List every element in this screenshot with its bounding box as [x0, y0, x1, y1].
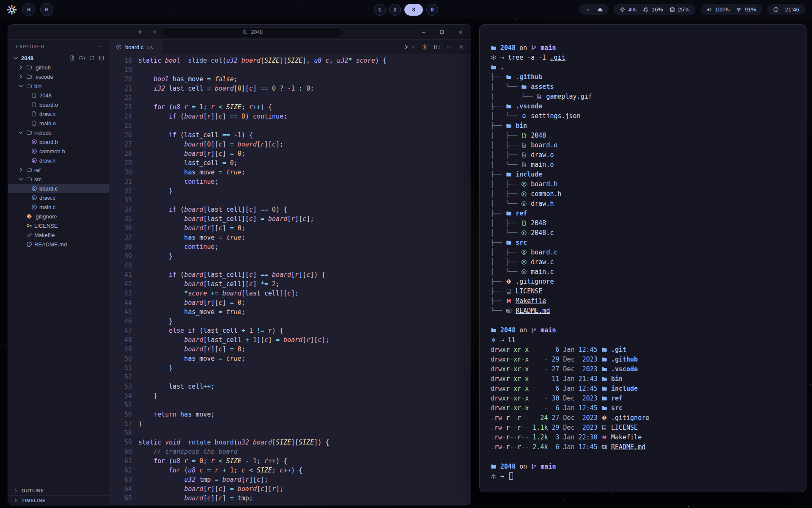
code-line-56[interactable]: 56 return has_move;: [109, 410, 471, 419]
code-line-57[interactable]: 57}: [109, 419, 471, 428]
code-line-42[interactable]: 42 board[last_cell][c] *= 2;: [109, 279, 471, 289]
minimize-button[interactable]: [421, 29, 427, 35]
code-line-33[interactable]: 33: [109, 196, 471, 205]
explorer-item-LICENSE[interactable]: LICENSE: [8, 221, 109, 230]
clock-widget[interactable]: 21:46: [767, 4, 805, 15]
nav-forward-button[interactable]: [151, 29, 157, 35]
code-line-44[interactable]: 44 board[r][c] = 0;: [109, 298, 471, 307]
new-file-button[interactable]: [69, 55, 75, 61]
explorer-item-2048[interactable]: 2048: [8, 53, 109, 63]
run-button[interactable]: [403, 44, 409, 50]
explorer-item-.gitignore[interactable]: .gitignore: [8, 212, 109, 221]
code-line-45[interactable]: 45 has_move = true;: [109, 307, 471, 317]
code-editor[interactable]: 18static bool _slide_col(u32 board[SIZE]…: [109, 54, 471, 505]
explorer-item-draw.h[interactable]: hdraw.h: [8, 156, 109, 165]
workspace-1[interactable]: 1: [374, 4, 386, 16]
code-line-21[interactable]: 21 i32 last_cell = board[0][c] == 0 ? -1…: [109, 84, 471, 93]
explorer-item-bin[interactable]: bin: [8, 81, 109, 91]
code-line-31[interactable]: 31 continue;: [109, 177, 471, 186]
code-line-62[interactable]: 62 for (u8 c = r + 1; c < SIZE; c++) {: [109, 466, 471, 475]
weather-widget[interactable]: [579, 4, 609, 15]
settings-gear-icon[interactable]: [422, 44, 428, 50]
code-line-34[interactable]: 34 if (board[last_cell][c] == 0) {: [109, 205, 471, 214]
code-line-25[interactable]: 25: [109, 121, 471, 130]
explorer-item-src[interactable]: src: [8, 174, 109, 184]
explorer-more-actions-button[interactable]: [97, 44, 103, 50]
audio-network-widget[interactable]: 100% 91%: [700, 4, 762, 15]
refresh-button[interactable]: [89, 55, 95, 61]
system-stats-widget[interactable]: 4% 16% 25%: [614, 4, 695, 15]
explorer-item-Makefile[interactable]: Makefile: [8, 230, 109, 240]
code-line-19[interactable]: 19: [109, 65, 471, 75]
code-line-20[interactable]: 20 bool has_move = false;: [109, 75, 471, 84]
close-button[interactable]: [458, 29, 464, 35]
code-line-53[interactable]: 53 last_cell++;: [109, 382, 471, 391]
code-line-37[interactable]: 37 has_move = true;: [109, 233, 471, 242]
code-line-46[interactable]: 46 }: [109, 317, 471, 326]
code-line-49[interactable]: 49 board[r][c] = 0;: [109, 345, 471, 354]
more-actions-button[interactable]: [446, 44, 452, 50]
code-line-65[interactable]: 65 board[c][r] = tmp;: [109, 494, 471, 503]
code-line-30[interactable]: 30 has_move = true;: [109, 168, 471, 177]
collapse-button[interactable]: [99, 55, 104, 61]
close-editor-button[interactable]: [458, 44, 464, 50]
code-line-26[interactable]: 26 if (last_cell == -1) {: [109, 130, 471, 140]
skip-back-button[interactable]: [22, 3, 35, 16]
run-dropdown-icon[interactable]: [411, 45, 415, 49]
code-line-61[interactable]: 61 for (u8 r = 0; r < SIZE - 1; r++) {: [109, 456, 471, 466]
explorer-item-board.o[interactable]: board.o: [8, 100, 109, 109]
tab-board.c[interactable]: C board.c src: [109, 40, 162, 54]
code-line-51[interactable]: 51 }: [109, 363, 471, 373]
command-center-search[interactable]: 2048: [163, 27, 342, 37]
explorer-item-board.h[interactable]: hboard.h: [8, 137, 109, 146]
code-line-48[interactable]: 48 board[last_cell + 1][c] = board[r][c]…: [109, 335, 471, 345]
code-line-41[interactable]: 41 if (board[last_cell][c] == board[r][c…: [109, 270, 471, 279]
code-line-50[interactable]: 50 has_move = true;: [109, 354, 471, 363]
code-line-35[interactable]: 35 board[last_cell][c] = board[r][c];: [109, 214, 471, 224]
explorer-item-draw.o[interactable]: draw.o: [8, 109, 109, 119]
code-line-58[interactable]: 58: [109, 428, 471, 438]
explorer-item-common.h[interactable]: hcommon.h: [8, 146, 109, 156]
code-line-29[interactable]: 29 last_cell = 0;: [109, 158, 471, 168]
explorer-item-include[interactable]: include: [8, 128, 109, 137]
timeline-section[interactable]: TIMELINE: [8, 495, 109, 505]
code-line-22[interactable]: 22: [109, 93, 471, 102]
outline-section[interactable]: OUTLINE: [8, 486, 109, 495]
explorer-item-README.md[interactable]: README.md: [8, 240, 109, 249]
code-line-40[interactable]: 40: [109, 261, 471, 270]
code-line-23[interactable]: 23 for (u8 r = 1; r < SIZE; r++) {: [109, 102, 471, 112]
explorer-item-ref[interactable]: ref: [8, 165, 109, 174]
code-line-36[interactable]: 36 board[r][c] = 0;: [109, 224, 471, 233]
code-line-54[interactable]: 54 }: [109, 391, 471, 400]
explorer-item-draw.c[interactable]: Cdraw.c: [8, 193, 109, 202]
new-folder-button[interactable]: [79, 55, 85, 61]
code-line-27[interactable]: 27 board[0][c] = board[r][c];: [109, 140, 471, 149]
code-line-32[interactable]: 32 }: [109, 186, 471, 196]
code-line-24[interactable]: 24 if (board[r][c] == 0) continue;: [109, 112, 471, 121]
explorer-item-board.c[interactable]: Cboard.c: [8, 184, 109, 193]
explorer-item-main.o[interactable]: main.o: [8, 119, 109, 128]
terminal-window[interactable]: 2048 on main → tree -a -I .git .├── .git…: [479, 24, 807, 492]
code-line-47[interactable]: 47 else if (last_cell + 1 != r) {: [109, 326, 471, 335]
code-line-55[interactable]: 55: [109, 400, 471, 410]
code-line-39[interactable]: 39 }: [109, 251, 471, 261]
code-line-64[interactable]: 64 board[r][c] = board[c][r];: [109, 484, 471, 494]
workspace-2[interactable]: 2: [389, 4, 401, 16]
split-editor-button[interactable]: [434, 44, 440, 50]
workspace-3[interactable]: 3: [404, 4, 423, 16]
explorer-item-.github[interactable]: .github: [8, 63, 109, 72]
explorer-item-.vscode[interactable]: .vscode: [8, 72, 109, 81]
code-line-52[interactable]: 52: [109, 373, 471, 382]
nav-back-button[interactable]: [137, 29, 144, 35]
code-line-18[interactable]: 18static bool _slide_col(u32 board[SIZE]…: [109, 56, 471, 65]
editor-area[interactable]: C board.c src 18static bool _slide_col(u…: [109, 40, 471, 505]
launcher-gear-icon[interactable]: [7, 5, 17, 15]
code-line-38[interactable]: 38 continue;: [109, 242, 471, 251]
code-line-63[interactable]: 63 u32 tmp = board[r][c];: [109, 475, 471, 484]
code-line-60[interactable]: 60 // transpose the board: [109, 447, 471, 456]
code-line-43[interactable]: 43 *score += board[last_cell][c];: [109, 289, 471, 298]
code-line-28[interactable]: 28 board[r][c] = 0;: [109, 149, 471, 158]
vscode-titlebar[interactable]: 2048: [8, 25, 471, 40]
skip-forward-button[interactable]: [40, 3, 53, 16]
workspace-8[interactable]: 8: [426, 4, 438, 16]
